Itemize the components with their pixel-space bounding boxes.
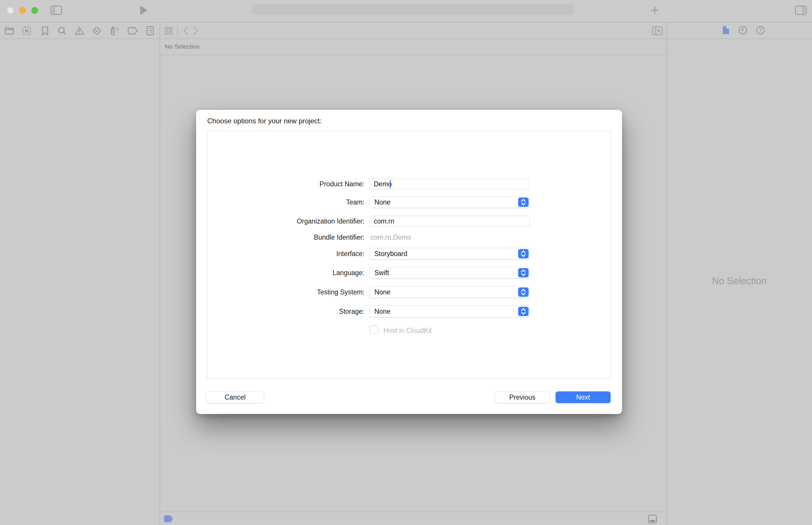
text-caret	[390, 180, 391, 188]
project-navigator-icon[interactable]	[4, 24, 15, 37]
svg-text:?: ?	[759, 28, 762, 33]
jump-bar: No Selection	[160, 39, 667, 55]
back-chevron-icon[interactable]	[182, 25, 190, 36]
source-control-icon[interactable]	[21, 24, 32, 37]
organization-identifier-input[interactable]	[370, 215, 530, 227]
product-name-label: Product Name:	[196, 180, 364, 188]
breadcrumb: No Selection	[165, 43, 200, 50]
editor-bottom-bar	[160, 511, 667, 525]
traffic-light-minimize-button[interactable]	[19, 7, 26, 14]
team-popup-value: None	[370, 198, 390, 206]
add-tab-icon[interactable]	[649, 5, 660, 16]
host-in-cloudkit-label: Host in CloudKit	[384, 327, 432, 334]
activity-viewer	[252, 4, 574, 15]
navigator-divider[interactable]	[159, 23, 160, 525]
interface-popup[interactable]: Storyboard	[370, 248, 530, 259]
inspector-toggle-icon[interactable]	[794, 5, 807, 15]
team-popup[interactable]: None	[370, 196, 530, 208]
hide-bottom-panel-icon[interactable]	[647, 514, 658, 524]
next-button[interactable]: Next	[556, 391, 611, 403]
issues-icon[interactable]	[74, 24, 84, 37]
dialog-title: Choose options for your new project:	[207, 117, 322, 125]
storage-popup[interactable]: None	[370, 305, 530, 317]
bundle-identifier-value: com.rn.Demo	[371, 234, 411, 241]
file-inspector-icon[interactable]	[721, 24, 731, 36]
run-play-icon[interactable]	[139, 5, 149, 16]
product-name-field-wrap	[370, 178, 530, 190]
popup-chevrons-icon	[518, 307, 529, 316]
reports-icon[interactable]	[145, 24, 155, 37]
interface-popup-value: Storyboard	[370, 250, 407, 258]
toolbar-row	[0, 23, 812, 39]
forward-chevron-icon[interactable]	[191, 25, 200, 36]
bookmarks-icon[interactable]	[40, 24, 50, 37]
language-label: Language:	[196, 269, 364, 277]
testing-system-label: Testing System:	[196, 288, 364, 296]
popup-chevrons-icon	[518, 249, 529, 258]
organization-identifier-label: Organization Identifier:	[196, 217, 364, 225]
host-in-cloudkit-checkbox[interactable]	[370, 325, 378, 334]
interface-label: Interface:	[196, 250, 364, 258]
inspector-divider[interactable]	[667, 23, 667, 525]
language-popup-value: Swift	[370, 269, 389, 277]
history-inspector-icon[interactable]	[738, 24, 748, 36]
testing-system-popup-value: None	[370, 288, 390, 296]
jumpbar-separator	[177, 26, 178, 34]
traffic-light-close-button[interactable]	[7, 7, 14, 14]
quick-help-icon[interactable]: ?	[755, 24, 766, 36]
storage-popup-value: None	[370, 308, 390, 316]
breakpoints-icon[interactable]	[127, 24, 139, 37]
testing-system-popup[interactable]: None	[370, 286, 530, 298]
tests-icon[interactable]	[92, 24, 102, 37]
breakpoint-activation-icon[interactable]	[163, 515, 174, 523]
cancel-button[interactable]: Cancel	[206, 391, 264, 403]
new-project-options-dialog: Choose options for your new project: Pro…	[196, 110, 622, 414]
popup-chevrons-icon	[518, 287, 529, 297]
previous-button[interactable]: Previous	[495, 391, 550, 403]
find-icon[interactable]	[57, 24, 67, 37]
related-items-icon[interactable]	[164, 25, 173, 36]
inspector-empty-text: No Selection	[667, 275, 812, 286]
bundle-identifier-label: Bundle Identifier:	[196, 234, 364, 241]
language-popup[interactable]: Swift	[370, 267, 530, 279]
team-label: Team:	[196, 198, 364, 206]
traffic-light-zoom-button[interactable]	[31, 7, 38, 14]
popup-chevrons-icon	[518, 197, 529, 207]
storage-label: Storage:	[196, 308, 364, 316]
popup-chevrons-icon	[518, 268, 529, 278]
add-editor-icon[interactable]	[652, 25, 663, 36]
sidebar-toggle-icon[interactable]	[50, 5, 62, 15]
debug-icon[interactable]	[108, 24, 120, 37]
product-name-input[interactable]	[370, 178, 530, 190]
